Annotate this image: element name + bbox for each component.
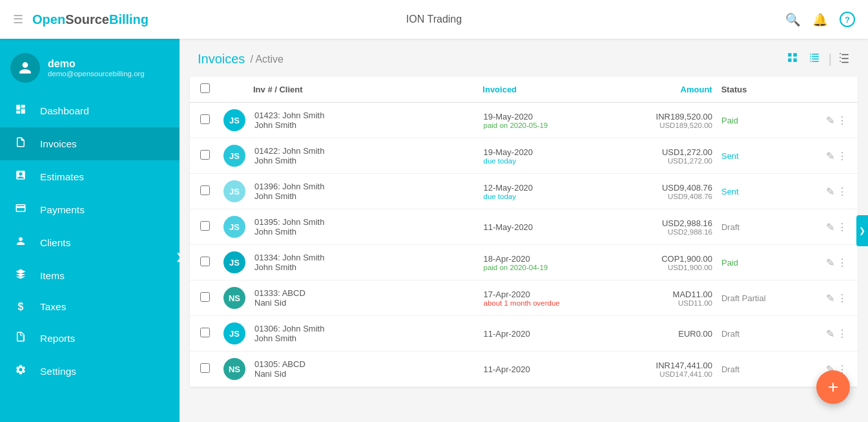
edit-icon[interactable]: ✎ bbox=[826, 328, 834, 340]
more-options-icon[interactable]: ⋮ bbox=[837, 221, 847, 233]
table-row: JS 01423: John Smith John Smith 19-May-2… bbox=[190, 103, 858, 138]
page-title-area: Invoices / Active bbox=[198, 52, 284, 67]
row-client: 01423: John Smith John Smith bbox=[254, 111, 483, 130]
edit-icon[interactable]: ✎ bbox=[826, 114, 834, 127]
row-select-checkbox[interactable] bbox=[200, 221, 210, 231]
menu-icon[interactable]: ☰ bbox=[13, 12, 23, 26]
row-select-checkbox[interactable] bbox=[200, 257, 210, 266]
row-status: Draft bbox=[715, 363, 815, 375]
row-checkbox-col bbox=[200, 221, 223, 233]
bell-icon[interactable]: 🔔 bbox=[812, 12, 828, 27]
row-select-checkbox[interactable] bbox=[200, 292, 210, 302]
row-amount: INR189,520.00 USD189,520.00 bbox=[608, 112, 715, 129]
reports-icon bbox=[13, 331, 28, 346]
sidebar-item-label-invoices: Invoices bbox=[40, 138, 77, 150]
row-select-checkbox[interactable] bbox=[200, 185, 210, 195]
row-client: 01333: ABCD Nani Sid bbox=[254, 288, 483, 308]
row-amount-sub: USD147,441.00 bbox=[608, 370, 712, 378]
search-icon[interactable]: 🔍 bbox=[785, 12, 801, 27]
row-select-checkbox[interactable] bbox=[200, 150, 210, 160]
col-header-invoiced[interactable]: Invoiced bbox=[482, 85, 608, 94]
row-checkbox-col bbox=[200, 150, 223, 162]
row-avatar-col: JS bbox=[223, 251, 251, 273]
row-date: 12-May-2020 bbox=[483, 183, 608, 193]
sidebar-item-taxes[interactable]: $ Taxes bbox=[0, 292, 180, 322]
avatar bbox=[10, 53, 40, 83]
username: demo bbox=[48, 58, 145, 70]
col-header-client: Inv # / Client bbox=[223, 85, 482, 94]
avatar: JS bbox=[223, 322, 245, 344]
status-badge: Sent bbox=[721, 151, 739, 161]
status-badge: Draft bbox=[721, 329, 739, 339]
status-badge: Sent bbox=[721, 187, 739, 196]
table-row: NS 01305: ABCD Nani Sid 11-Apr-2020 INR1… bbox=[190, 352, 858, 387]
add-invoice-button[interactable]: + bbox=[816, 370, 850, 404]
row-avatar-col: JS bbox=[223, 109, 251, 131]
avatar: JS bbox=[223, 216, 245, 238]
row-invoiced: 18-Apr-2020 paid on 2020-04-19 bbox=[483, 254, 608, 271]
more-options-icon[interactable]: ⋮ bbox=[837, 328, 847, 340]
row-select-checkbox[interactable] bbox=[200, 328, 210, 337]
more-options-icon[interactable]: ⋮ bbox=[837, 185, 847, 198]
row-date: 19-May-2020 bbox=[483, 147, 608, 157]
more-options-icon[interactable]: ⋮ bbox=[837, 257, 847, 269]
table-row: JS 01306: John Smith John Smith 11-Apr-2… bbox=[190, 316, 858, 352]
app-logo: OpenSourceBilling bbox=[32, 12, 149, 27]
row-avatar-col: NS bbox=[223, 287, 251, 309]
logo-open: Open bbox=[32, 12, 65, 26]
invoice-table: Inv # / Client Invoiced Amount Status JS… bbox=[190, 77, 858, 387]
sidebar-item-invoices[interactable]: Invoices bbox=[0, 127, 180, 160]
clients-icon bbox=[13, 235, 28, 250]
row-select-checkbox[interactable] bbox=[200, 363, 210, 373]
view-divider: | bbox=[829, 52, 832, 67]
logo-source: Source bbox=[65, 12, 109, 26]
sidebar-item-settings[interactable]: Settings bbox=[0, 355, 180, 388]
row-date: 18-Apr-2020 bbox=[483, 254, 608, 264]
row-invoiced: 11-Apr-2020 bbox=[483, 364, 608, 374]
row-amount-main: USD9,408.76 bbox=[608, 183, 712, 193]
edit-icon[interactable]: ✎ bbox=[826, 257, 834, 269]
edit-icon[interactable]: ✎ bbox=[826, 185, 834, 198]
sidebar: demo demo@opensourcebilling.org Dashboar… bbox=[0, 39, 180, 422]
more-options-icon[interactable]: ⋮ bbox=[837, 150, 847, 162]
row-checkbox-col bbox=[200, 292, 223, 304]
edit-icon[interactable]: ✎ bbox=[826, 292, 834, 304]
status-badge: Draft bbox=[721, 222, 739, 232]
more-options-icon[interactable]: ⋮ bbox=[837, 292, 847, 304]
edit-icon[interactable]: ✎ bbox=[826, 150, 834, 162]
estimates-icon bbox=[13, 169, 28, 184]
col-header-amount[interactable]: Amount bbox=[608, 85, 715, 94]
sidebar-item-dashboard[interactable]: Dashboard bbox=[0, 94, 180, 127]
status-badge: Paid bbox=[721, 116, 738, 125]
help-icon[interactable]: ? bbox=[840, 12, 855, 27]
main-content: Invoices / Active | bbox=[180, 39, 868, 422]
row-client: 01422: John Smith John Smith bbox=[254, 146, 483, 165]
table-row: NS 01333: ABCD Nani Sid 17-Apr-2020 abou… bbox=[190, 280, 858, 316]
grid-view-icon[interactable] bbox=[785, 50, 800, 68]
row-client-name: John Smith bbox=[254, 120, 483, 130]
row-select-checkbox[interactable] bbox=[200, 114, 210, 124]
more-options-icon[interactable]: ⋮ bbox=[837, 114, 847, 127]
sidebar-nav: Dashboard Invoices Estimates Payments bbox=[0, 94, 180, 388]
list-view-icon[interactable] bbox=[807, 50, 822, 68]
row-client: 01306: John Smith John Smith bbox=[254, 324, 483, 343]
row-inv-num: 01306: John Smith bbox=[254, 324, 483, 333]
row-amount-sub: USD1,272.00 bbox=[608, 157, 712, 165]
sidebar-item-items[interactable]: Items bbox=[0, 259, 180, 292]
sidebar-item-label-reports: Reports bbox=[40, 333, 75, 344]
right-panel-toggle[interactable]: ❯ bbox=[856, 215, 868, 246]
row-invoiced: 17-Apr-2020 about 1 month overdue bbox=[483, 290, 608, 307]
edit-icon[interactable]: ✎ bbox=[826, 221, 834, 233]
logo-billing: Billing bbox=[109, 12, 149, 26]
sidebar-item-clients[interactable]: Clients bbox=[0, 226, 180, 259]
row-amount: USD9,408.76 USD9,408.76 bbox=[608, 183, 715, 200]
page-context-title: ION Trading bbox=[406, 14, 462, 25]
filter-icon[interactable] bbox=[838, 52, 850, 67]
row-date: 11-Apr-2020 bbox=[483, 329, 608, 339]
sidebar-item-payments[interactable]: Payments bbox=[0, 193, 180, 226]
row-amount: INR147,441.00 USD147,441.00 bbox=[608, 361, 715, 378]
invoices-icon bbox=[13, 136, 28, 151]
sidebar-item-estimates[interactable]: Estimates bbox=[0, 160, 180, 193]
select-all-checkbox[interactable] bbox=[200, 83, 210, 93]
sidebar-item-reports[interactable]: Reports bbox=[0, 322, 180, 355]
